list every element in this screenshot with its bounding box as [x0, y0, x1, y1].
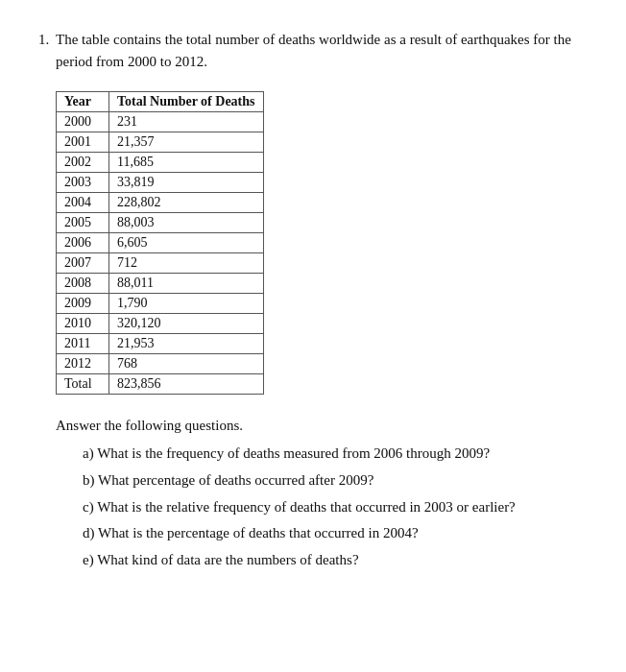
table-row: 2012768	[57, 354, 264, 374]
cell-year: 2008	[57, 274, 109, 294]
table-row: 2007712	[57, 253, 264, 274]
cell-deaths: 231	[109, 112, 264, 132]
intro-paragraph: 1. The table contains the total number o…	[38, 29, 588, 72]
question-item: c) What is the relative frequency of dea…	[83, 497, 588, 518]
cell-year: 2003	[57, 173, 109, 193]
question-container: 1. The table contains the total number o…	[38, 29, 588, 571]
table-row: 201121,953	[57, 334, 264, 354]
col-header-deaths: Total Number of Deaths	[109, 92, 264, 112]
question-label: d)	[83, 525, 98, 540]
answer-section: Answer the following questions. a) What …	[56, 418, 588, 571]
cell-deaths: 1,790	[109, 294, 264, 314]
cell-deaths: 768	[109, 354, 264, 374]
col-header-year: Year	[57, 92, 109, 112]
question-label: a)	[83, 445, 97, 461]
table-row: 20091,790	[57, 294, 264, 314]
question-label: c)	[83, 499, 97, 515]
question-text: What is the percentage of deaths that oc…	[98, 525, 419, 540]
question-item: b) What percentage of deaths occurred af…	[83, 470, 588, 492]
question-text: What percentage of deaths occurred after…	[98, 472, 373, 488]
cell-year: 2009	[57, 294, 109, 314]
table-row: 2010320,120	[57, 314, 264, 334]
cell-year: 2011	[57, 334, 109, 354]
cell-deaths: 6,605	[109, 233, 264, 253]
cell-deaths: 11,685	[109, 153, 264, 173]
question-item: d) What is the percentage of deaths that…	[83, 523, 588, 544]
cell-total-label: Total	[57, 374, 109, 395]
question-text: What is the frequency of deaths measured…	[97, 445, 490, 461]
answer-intro: Answer the following questions.	[56, 418, 588, 434]
table-row: 2000231	[57, 112, 264, 132]
cell-deaths: 88,003	[109, 213, 264, 233]
cell-deaths: 21,357	[109, 132, 264, 153]
table-row: 200211,685	[57, 153, 264, 173]
cell-year: 2006	[57, 233, 109, 253]
question-item: e) What kind of data are the numbers of …	[83, 550, 588, 571]
table-total-row: Total823,856	[57, 374, 264, 395]
table-row: 200588,003	[57, 213, 264, 233]
table-header-row: Year Total Number of Deaths	[57, 92, 264, 112]
cell-year: 2004	[57, 193, 109, 213]
cell-year: 2000	[57, 112, 109, 132]
cell-deaths: 88,011	[109, 274, 264, 294]
cell-deaths: 228,802	[109, 193, 264, 213]
cell-year: 2012	[57, 354, 109, 374]
question-number: 1.	[38, 29, 49, 51]
cell-year: 2007	[57, 253, 109, 274]
question-label: b)	[83, 472, 98, 488]
table-row: 200333,819	[57, 173, 264, 193]
question-item: a) What is the frequency of deaths measu…	[83, 444, 588, 465]
cell-year: 2010	[57, 314, 109, 334]
table-row: 200121,357	[57, 132, 264, 153]
cell-deaths: 712	[109, 253, 264, 274]
table-row: 200888,011	[57, 274, 264, 294]
cell-deaths: 21,953	[109, 334, 264, 354]
cell-year: 2001	[57, 132, 109, 153]
cell-total-deaths: 823,856	[109, 374, 264, 395]
intro-text: The table contains the total number of d…	[56, 29, 588, 72]
cell-deaths: 320,120	[109, 314, 264, 334]
cell-year: 2005	[57, 213, 109, 233]
question-text: What kind of data are the numbers of dea…	[97, 552, 358, 567]
cell-deaths: 33,819	[109, 173, 264, 193]
table-row: 20066,605	[57, 233, 264, 253]
question-label: e)	[83, 552, 97, 567]
deaths-table: Year Total Number of Deaths 200023120012…	[56, 91, 264, 395]
table-row: 2004228,802	[57, 193, 264, 213]
cell-year: 2002	[57, 153, 109, 173]
question-text: What is the relative frequency of deaths…	[97, 499, 516, 515]
